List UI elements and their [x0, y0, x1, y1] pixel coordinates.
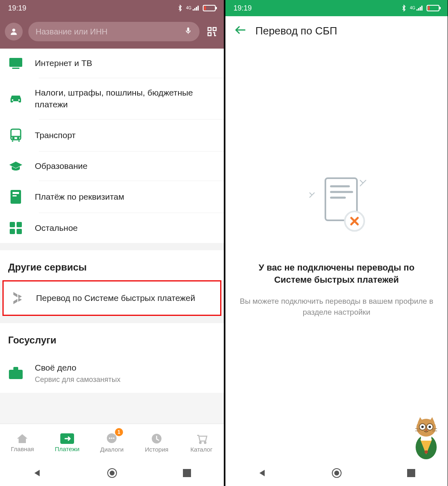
svg-point-0	[12, 29, 15, 32]
category-label: Остальное	[35, 222, 216, 234]
page-header: Перевод по СБП	[225, 16, 448, 45]
svg-rect-33	[183, 469, 191, 477]
phone-right: 19:19 4G Перевод по СБП	[224, 0, 448, 486]
category-other[interactable]: Остальное	[0, 213, 224, 243]
nav-home-label: Главная	[11, 446, 34, 452]
category-label: Интернет и ТВ	[35, 58, 216, 69]
svg-point-27	[113, 437, 115, 439]
status-bar: 19:19 4G	[225, 0, 448, 16]
svg-point-45	[421, 426, 424, 428]
category-label: Транспорт	[35, 130, 216, 141]
cat-mascot-icon	[408, 416, 444, 462]
svg-rect-3	[208, 33, 211, 36]
svg-rect-5	[12, 68, 19, 69]
req-icon	[8, 190, 23, 204]
back-button[interactable]	[234, 25, 246, 36]
category-list: Интернет и ТВ Налоги, штрафы, пошлины, б…	[0, 49, 224, 424]
svg-point-30	[204, 442, 206, 443]
document-error-illustration	[300, 175, 373, 241]
sys-back-button[interactable]	[258, 469, 267, 479]
svg-rect-22	[13, 367, 18, 370]
nav-history-label: История	[145, 446, 168, 453]
tv-icon	[8, 58, 23, 69]
empty-state-headline: У вас не подключены переводы по Системе …	[239, 262, 434, 286]
empty-state-subline: Вы можете подключить переводы в вашем пр…	[239, 296, 434, 318]
nav-dialogs-badge: 1	[115, 428, 123, 436]
search-input[interactable]: Название или ИНН	[28, 22, 200, 41]
svg-rect-19	[10, 229, 15, 234]
gos-item-subtitle: Сервис для самозанятых	[35, 375, 216, 384]
system-nav	[225, 462, 448, 486]
battery-icon	[203, 5, 216, 11]
bluetooth-icon	[177, 4, 183, 12]
svg-rect-2	[213, 28, 217, 31]
gos-svoe-delo-item[interactable]: Своё дело Сервис для самозанятых	[0, 353, 224, 392]
category-label: Платёж по реквизитам	[35, 191, 216, 202]
bluetooth-icon	[401, 4, 407, 12]
svg-point-53	[334, 471, 339, 475]
category-label: Образование	[35, 160, 216, 172]
grid-icon	[8, 222, 23, 234]
briefcase-icon	[8, 367, 23, 379]
sys-back-button[interactable]	[33, 469, 42, 479]
svg-point-29	[200, 442, 201, 443]
nav-dialogs[interactable]: 1 Диалоги	[89, 424, 134, 462]
svg-point-10	[13, 138, 14, 139]
bottom-nav: Главная Платежи 1 Диалоги История Катало…	[0, 424, 224, 462]
nav-payments[interactable]: Платежи	[45, 424, 90, 462]
category-taxes[interactable]: Налоги, штрафы, пошлины, бюджетные плате…	[0, 78, 224, 119]
category-label: Налоги, штрафы, пошлины, бюджетные плате…	[35, 87, 216, 110]
svg-rect-1	[208, 28, 211, 31]
svg-rect-20	[17, 229, 22, 234]
grad-icon	[8, 161, 23, 171]
gos-item-title: Своё дело	[35, 362, 216, 373]
page-title: Перевод по СБП	[255, 25, 337, 37]
svg-point-26	[111, 437, 113, 439]
sys-recents-button[interactable]	[407, 469, 415, 479]
section-other-services: Другие сервисы	[0, 250, 224, 280]
svg-rect-21	[9, 370, 23, 379]
svg-point-47	[425, 429, 427, 431]
svg-point-32	[110, 471, 115, 475]
sbp-transfer-item[interactable]: Перевод по Системе быстрых платежей	[4, 281, 220, 315]
nav-history[interactable]: История	[134, 424, 179, 462]
svg-rect-16	[13, 195, 17, 196]
svg-rect-18	[17, 222, 22, 227]
svg-rect-17	[10, 222, 15, 227]
battery-icon	[427, 5, 440, 11]
nav-catalog-label: Каталог	[190, 446, 212, 453]
section-gosuslugi: Госуслуги	[0, 323, 224, 353]
nav-home[interactable]: Главная	[0, 424, 45, 462]
category-requisites[interactable]: Платёж по реквизитам	[0, 181, 224, 213]
sys-home-button[interactable]	[331, 468, 342, 480]
status-time: 19:19	[234, 4, 252, 13]
category-internet-tv[interactable]: Интернет и ТВ	[0, 49, 224, 78]
car-icon	[8, 94, 23, 104]
svg-point-7	[18, 99, 20, 101]
profile-button[interactable]	[5, 23, 23, 40]
mic-icon[interactable]	[184, 26, 192, 38]
sbp-highlight-box: Перевод по Системе быстрых платежей	[2, 280, 221, 316]
phone-left: 19:19 4G Название или ИНН	[0, 0, 224, 486]
sys-home-button[interactable]	[107, 468, 117, 480]
sys-recents-button[interactable]	[183, 469, 191, 479]
signal-4g-icon: 4G	[186, 5, 200, 11]
system-nav	[0, 462, 224, 486]
bus-icon	[8, 128, 23, 142]
nav-catalog[interactable]: Каталог	[179, 424, 224, 462]
svg-point-25	[109, 437, 111, 439]
status-bar: 19:19 4G	[0, 0, 224, 16]
category-education[interactable]: Образование	[0, 151, 224, 181]
nav-dialogs-label: Диалоги	[100, 446, 123, 453]
category-transport[interactable]: Транспорт	[0, 119, 224, 151]
qr-scan-button[interactable]	[205, 25, 219, 38]
status-time: 19:19	[8, 4, 26, 13]
svg-point-11	[18, 138, 19, 139]
svg-rect-4	[9, 58, 22, 67]
svg-point-6	[12, 99, 13, 101]
signal-4g-icon: 4G	[410, 5, 423, 11]
svg-rect-54	[407, 469, 415, 477]
search-area: Название или ИНН	[0, 16, 224, 49]
svg-rect-15	[13, 192, 19, 194]
nav-payments-label: Платежи	[55, 446, 79, 452]
